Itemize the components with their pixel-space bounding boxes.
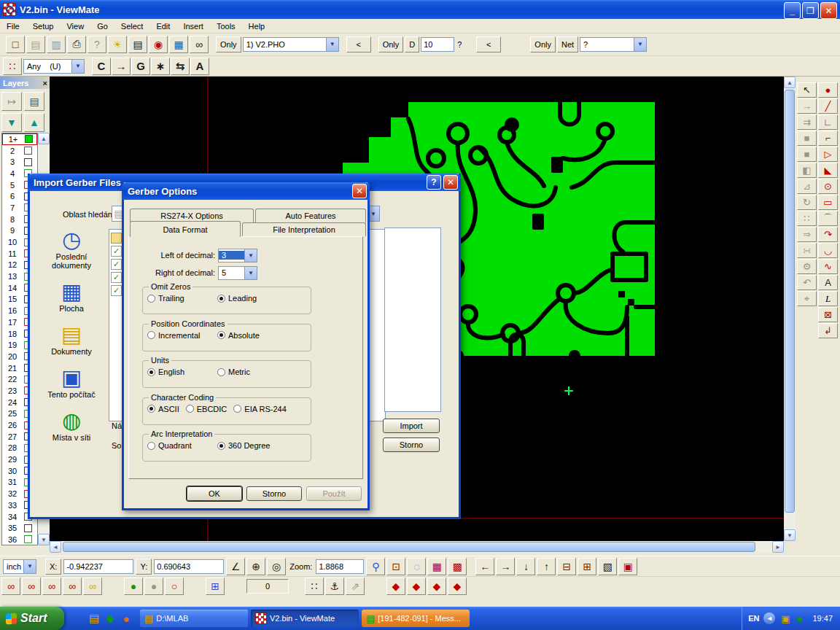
horizontal-scroll-thumb[interactable]	[63, 542, 755, 552]
pan-up-icon[interactable]: ↑	[537, 558, 556, 575]
chevron-down-icon[interactable]: ▼	[326, 38, 338, 51]
close-icon[interactable]: ✕	[820, 2, 837, 19]
start-button[interactable]: Start	[0, 607, 64, 630]
scroll-down-icon[interactable]: ▼	[38, 534, 50, 545]
vector-icon[interactable]: ⇗	[346, 578, 365, 595]
place-m-sta-v-s-ti[interactable]: ◍Místa v síti	[36, 408, 107, 442]
ok-button[interactable]: OK	[187, 486, 242, 501]
bulb-off-icon[interactable]: ●	[144, 578, 163, 595]
radio-360-degree[interactable]: 360 Degree	[217, 441, 271, 450]
gerber-file-3-icon[interactable]: ✓	[111, 272, 122, 283]
sketch-icon[interactable]: ∿	[818, 259, 838, 274]
line-icon[interactable]: ╱	[818, 98, 838, 114]
import-button[interactable]: Import	[383, 419, 440, 433]
radio-english[interactable]: English	[147, 368, 217, 376]
bulb-probe-icon[interactable]: ○	[165, 578, 184, 595]
tab-file-interpretation[interactable]: File Interpretation	[242, 222, 366, 236]
firefox-icon[interactable]: ●	[120, 610, 133, 626]
text-icon[interactable]: A	[190, 58, 209, 75]
menu-item-select[interactable]: Select	[114, 20, 150, 32]
chevron-down-icon[interactable]: ▼	[244, 249, 257, 262]
minimize-icon[interactable]: _	[784, 2, 801, 19]
dcode-button[interactable]: D	[405, 36, 419, 52]
close-icon[interactable]: ✕	[443, 175, 458, 190]
fill-rect-2-icon[interactable]: ■	[797, 147, 817, 162]
vertical-scrollbar[interactable]: ▲ ▼	[784, 77, 796, 541]
pick-icon[interactable]: ⌖	[797, 291, 817, 306]
scroll-up-icon[interactable]: ▲	[38, 133, 50, 144]
gerber-icon[interactable]: G	[131, 58, 150, 75]
chevron-down-icon[interactable]: ▼	[244, 267, 257, 279]
help-book-icon[interactable]: ◆	[104, 610, 117, 626]
layer-color-swatch[interactable]	[24, 524, 32, 532]
view-1-icon[interactable]: ∞	[1, 578, 20, 595]
triangle-icon[interactable]: ◣	[818, 163, 838, 178]
arc-icon[interactable]: ⌒	[818, 211, 838, 226]
panel-grid-icon[interactable]: ⊞	[206, 578, 225, 595]
place-plocha[interactable]: ▦Plocha	[36, 279, 107, 313]
radio-eia-rs-244[interactable]: EIA RS-244	[233, 405, 286, 413]
dock-panel-icon[interactable]: ↦	[1, 92, 22, 111]
view-5-icon[interactable]: ∞	[83, 578, 102, 595]
stretch-icon[interactable]: ▧	[598, 558, 617, 575]
pan-right-icon[interactable]: →	[496, 558, 515, 575]
internet-explorer-icon[interactable]: e	[71, 610, 85, 626]
zoom-dcode-icon[interactable]: ◌	[407, 558, 426, 575]
settings-gear-icon[interactable]: ⚙	[797, 259, 817, 274]
help-icon[interactable]: ?	[427, 175, 441, 190]
text-l-icon[interactable]: L	[818, 291, 838, 306]
layer-up-icon[interactable]: ▲	[24, 113, 44, 132]
taskbar-task-d-mlab[interactable]: ▤D:\MLAB	[140, 610, 248, 627]
filter-combo[interactable]: Any (U) ▼	[23, 59, 85, 74]
zoom-in-icon[interactable]: ⚲	[366, 558, 385, 575]
context-help-icon[interactable]: ?	[88, 36, 106, 53]
layer-color-swatch[interactable]	[24, 147, 32, 155]
arc-chord-icon[interactable]: ◡	[818, 243, 838, 258]
origin-icon[interactable]: ⊕	[246, 558, 265, 575]
layer-down-icon[interactable]: ▼	[1, 113, 22, 132]
mirror-icon[interactable]: ◧	[797, 163, 817, 178]
vertex-icon[interactable]: ▷	[818, 147, 838, 162]
zoom-value[interactable]: 1.8868	[316, 559, 364, 574]
layer-row-2[interactable]: 2	[2, 145, 37, 157]
taskbar-task-v2-bin-viewmate[interactable]: V2.bin - ViewMate	[251, 610, 359, 627]
rectangle-icon[interactable]: ▭	[818, 195, 838, 210]
bulb-on-icon[interactable]: ●	[124, 578, 143, 595]
move-copy-icon[interactable]: ⇒	[797, 227, 817, 242]
only-net-button[interactable]: Only	[530, 36, 556, 52]
radio-ascii[interactable]: ASCII	[147, 405, 179, 413]
folder-item-icon[interactable]	[111, 233, 122, 244]
horizontal-scrollbar[interactable]: ◄ ►	[50, 541, 784, 553]
menu-item-go[interactable]: Go	[90, 20, 114, 32]
layer-color-swatch[interactable]	[24, 535, 32, 543]
rotate-icon[interactable]: ↻	[797, 195, 817, 210]
components-icon[interactable]: C	[92, 58, 111, 75]
layer-row-3[interactable]: 3	[2, 156, 37, 168]
print-icon[interactable]: ⎙	[67, 36, 86, 53]
explorer-folder-icon[interactable]: ▤	[88, 610, 101, 626]
layer-row-36[interactable]: 36	[2, 534, 37, 545]
aperture-dots-icon[interactable]: ∷	[3, 58, 22, 75]
zoom-grid-in-icon[interactable]: ⊞	[578, 558, 596, 575]
polyline-icon[interactable]: ∟	[818, 114, 838, 130]
apply-button[interactable]: Použít	[306, 486, 362, 501]
dcode-display-icon[interactable]: ◉	[149, 36, 168, 53]
layer-colors-icon[interactable]: ▦	[169, 36, 188, 53]
radio-absolute[interactable]: Absolute	[217, 331, 260, 340]
radio-incremental[interactable]: Incremental	[147, 331, 217, 340]
zoom-region-icon[interactable]: ⊡	[386, 558, 405, 575]
window-titlebar[interactable]: V2.bin - ViewMate _ ❐ ✕	[0, 0, 840, 19]
anchor-icon[interactable]: ⚓	[325, 578, 344, 595]
select-area-icon[interactable]: ▣	[618, 558, 637, 575]
pan-left-icon[interactable]: ←	[475, 558, 494, 575]
unit-combo[interactable]: inch ▼	[3, 559, 36, 574]
tab-data-format[interactable]: Data Format	[130, 221, 241, 237]
menu-item-view[interactable]: View	[60, 20, 90, 32]
only-layer-button[interactable]: Only	[216, 36, 241, 52]
circle-center-icon[interactable]: ⊙	[818, 179, 838, 194]
im-client-icon[interactable]: ▣	[779, 610, 791, 626]
prev-layer-button[interactable]: <	[346, 36, 371, 52]
new-file-icon[interactable]: □	[6, 36, 25, 53]
radio-trailing[interactable]: Trailing	[147, 294, 217, 303]
prev-dcode-button[interactable]: <	[476, 36, 501, 52]
